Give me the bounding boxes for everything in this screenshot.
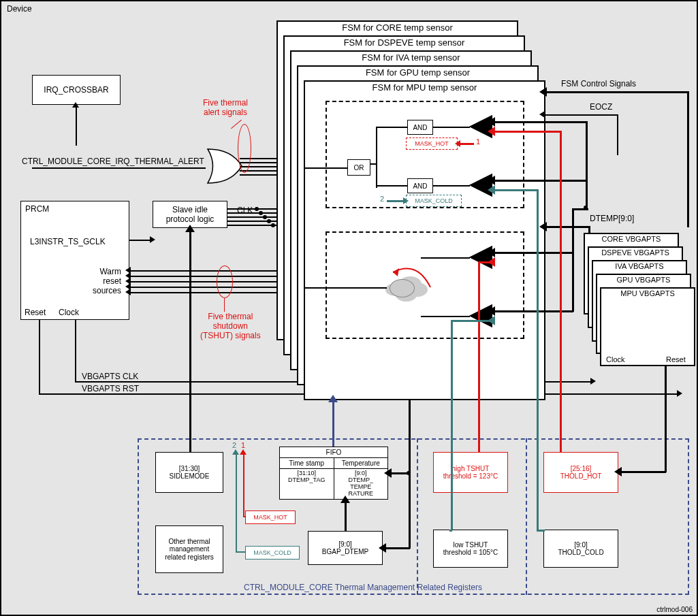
- low-tshut-reg: low TSHUT threshold = 105°C: [433, 530, 508, 568]
- eocz-label: EOCZ: [590, 102, 612, 112]
- thold-cold-reg: [9:0] THOLD_COLD: [543, 530, 618, 568]
- thold-hot-reg: [25:16] THOLD_HOT: [543, 452, 618, 493]
- five-alert-label: Five thermal alert signals: [203, 98, 248, 117]
- dtemp-label: DTEMP[9:0]: [590, 214, 634, 223]
- figure-id: ctrlmod-006: [656, 606, 693, 613]
- slave-idle-block: Slave idle protocol logic: [153, 201, 227, 228]
- prcm-l3clk: L3INSTR_TS_GCLK: [30, 237, 106, 246]
- one-label: 1: [476, 137, 480, 146]
- five-tshut-ellipse: [217, 265, 233, 298]
- prcm-title: PRCM: [25, 204, 49, 214]
- bgap-dtemp-reg: [9:0] BGAP_DTEMP: [308, 531, 383, 565]
- two-label-bottom: 2: [232, 441, 236, 449]
- irq-crossbar-label: IRQ_CROSSBAR: [44, 85, 108, 95]
- vbgapts-card-title: GPU VBGAPTS: [597, 275, 690, 284]
- prcm-reset: Reset: [25, 308, 46, 317]
- fifo-block: FIFO Time stamp Temperature [31:10] DTEM…: [279, 447, 388, 500]
- device-diagram: Device ctrlmod-006 IRQ_CROSSBAR CTRL_MOD…: [0, 0, 698, 616]
- vbgapts-card-title: DSPEVE VBGAPTS: [589, 248, 682, 257]
- fsm-card-title: FSM for CORE temp sensor: [278, 22, 517, 33]
- other-regs: Other thermal management related registe…: [155, 525, 223, 573]
- vbgapts-card-title: CORE VBGAPTS: [585, 234, 678, 243]
- vbgapts-rst-label: VBGAPTS RST: [82, 384, 139, 393]
- and-logic: AND: [407, 178, 433, 193]
- one-label-bottom: 1: [241, 441, 245, 449]
- fsm-card-title: FSM for DSPEVE temp sensor: [285, 37, 524, 48]
- two-label: 2: [380, 195, 384, 203]
- slave-idle-label: Slave idle protocol logic: [166, 205, 215, 224]
- vbgapts-reset-port: Reset: [666, 355, 686, 363]
- sidlemode-reg: [31:30] SIDLEMODE: [155, 452, 223, 493]
- vbgapts-clock-port: Clock: [606, 355, 625, 363]
- or-logic: OR: [347, 159, 370, 176]
- thermal-alert-signal-label: CTRL_MODULE_CORE_IRQ_THERMAL_ALERT: [22, 157, 204, 166]
- mask-cold-reg: MASK_COLD: [245, 546, 300, 560]
- device-label: Device: [7, 4, 32, 14]
- vbgapts-card-title: IVA VBGAPTS: [593, 261, 686, 270]
- irq-crossbar-block: IRQ_CROSSBAR: [32, 75, 121, 105]
- mask-cold-box: MASK_COLD: [406, 195, 462, 207]
- mask-hot-reg: MASK_HOT: [245, 510, 296, 524]
- clk-label: CLK: [237, 206, 253, 215]
- mask-hot-box: MASK_HOT: [406, 137, 458, 150]
- latch-feedback-icon: [383, 260, 444, 294]
- and-logic: AND: [407, 120, 433, 135]
- fsm-ctrl-signals: FSM Control Signals: [561, 79, 636, 88]
- registers-caption: CTRL_MODULE_CORE Thermal Management Rela…: [244, 583, 482, 592]
- vbgapts-clk-label: VBGAPTS CLK: [82, 372, 138, 381]
- high-tshut-reg: high TSHUT threshold = 123°C: [433, 452, 508, 493]
- svg-marker-0: [393, 268, 399, 276]
- fsm-card-title: FSM for MPU temp sensor: [305, 82, 544, 93]
- fsm-card-title: FSM for GPU temp sensor: [298, 67, 537, 78]
- vbgapts-card-title: MPU VBGAPTS: [601, 289, 694, 297]
- five-tshut-label: Five thermal shutdown (TSHUT) signals: [200, 312, 261, 340]
- prcm-block: PRCM: [20, 201, 129, 320]
- fifo-title: FIFO: [280, 447, 387, 457]
- prcm-clock: Clock: [59, 308, 79, 317]
- five-alert-ellipse: [238, 124, 251, 173]
- fsm-card-title: FSM for IVA temp sensor: [291, 52, 530, 63]
- prcm-warm-reset: Warm reset sources: [93, 267, 121, 295]
